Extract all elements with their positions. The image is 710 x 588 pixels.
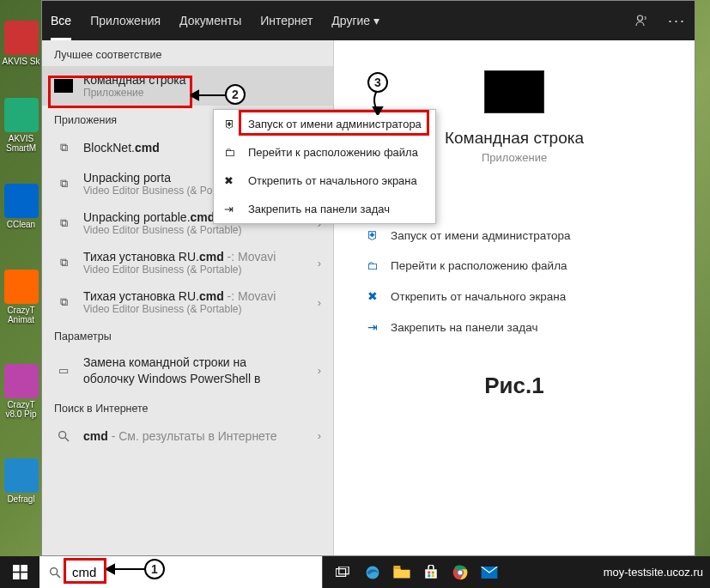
preview-thumb — [484, 70, 544, 113]
pin-icon: ⇥ — [224, 203, 238, 215]
svg-point-1 — [59, 431, 66, 438]
svg-point-0 — [637, 15, 642, 21]
search-icon — [39, 566, 70, 579]
preview-subtitle: Приложение — [482, 151, 547, 164]
context-menu: ⛨Запуск от имени администратора 🗀Перейти… — [213, 109, 436, 224]
result-cmd-prompt[interactable]: Командная строкаПриложение — [42, 66, 333, 106]
svg-rect-21 — [428, 574, 430, 577]
chevron-right-icon: › — [318, 364, 321, 377]
svg-rect-9 — [21, 565, 27, 572]
svg-marker-4 — [191, 91, 198, 100]
tab-apps[interactable]: Приложения — [90, 14, 161, 27]
chevron-right-icon: › — [318, 257, 321, 270]
result-setting[interactable]: ▭ Замена командной строки наоболочку Win… — [42, 348, 333, 394]
pin-icon: ⇥ — [365, 320, 380, 334]
desktop-icon[interactable]: CClean — [2, 184, 40, 229]
svg-rect-20 — [432, 571, 434, 573]
shield-icon: ⛨ — [224, 118, 238, 130]
chevron-right-icon: › — [318, 429, 321, 442]
feedback-icon[interactable] — [634, 13, 649, 28]
svg-point-12 — [51, 567, 58, 574]
tab-docs[interactable]: Документы — [179, 14, 241, 27]
svg-marker-6 — [106, 565, 114, 573]
tab-more[interactable]: Другие ▾ — [331, 14, 379, 27]
section-settings: Параметры — [42, 322, 333, 348]
unpin-icon: ✖ — [365, 289, 380, 303]
svg-line-13 — [57, 574, 60, 578]
app-icon: ⧉ — [54, 293, 73, 312]
ctx-run-admin[interactable]: ⛨Запуск от имени администратора — [214, 110, 435, 138]
watermark-url: moy-testsite.ucoz.ru — [604, 566, 710, 579]
search-tabs: Все Приложения Документы Интернет Другие… — [42, 1, 695, 40]
figure-label: Рис.1 — [484, 373, 543, 399]
preview-title: Командная строка — [445, 129, 584, 148]
task-view-icon[interactable] — [330, 560, 357, 585]
svg-rect-10 — [13, 573, 20, 579]
ctx-pin-taskbar[interactable]: ⇥Закрепить на панели задач — [214, 195, 435, 223]
ctx-unpin-start[interactable]: ✖Открепить от начального экрана — [214, 167, 435, 195]
result-web[interactable]: cmd - См. результаты в Интернете › — [42, 420, 333, 452]
result-title: Командная строка — [83, 73, 321, 87]
action-pin-taskbar[interactable]: ⇥Закрепить на панели задач — [360, 312, 669, 342]
result-app[interactable]: ⧉ Тихая установка RU.cmd -: MovaviVideo … — [42, 243, 333, 282]
folder-icon: 🗀 — [365, 259, 380, 272]
search-icon — [54, 427, 73, 446]
annotation-num-2: 2 — [225, 84, 246, 105]
action-run-admin[interactable]: ⛨Запуск от имени администратора — [360, 221, 669, 251]
edge-icon[interactable] — [359, 560, 386, 585]
display-icon: ▭ — [54, 361, 73, 380]
desktop-icon[interactable]: AKVIS SmartM — [2, 98, 40, 153]
desktop-icon[interactable]: CrazyT Animat — [2, 270, 40, 324]
svg-rect-17 — [393, 566, 400, 569]
section-best-match: Лучшее соответствие — [42, 40, 333, 66]
taskbar-search[interactable] — [39, 556, 323, 588]
app-icon: ⧉ — [54, 253, 73, 272]
svg-rect-14 — [336, 568, 345, 576]
explorer-icon[interactable] — [388, 560, 416, 585]
desktop-icon[interactable]: CrazyT v8.0 Pip — [2, 364, 40, 419]
annotation-num-3: 3 — [367, 72, 388, 93]
svg-rect-22 — [432, 574, 434, 577]
result-app[interactable]: ⧉ Тихая установка RU.cmd -: MovaviVideo … — [42, 282, 333, 322]
terminal-icon — [54, 76, 73, 95]
svg-line-2 — [65, 438, 69, 441]
unpin-icon: ✖ — [224, 174, 238, 187]
section-web: Поиск в Интернете — [42, 394, 333, 420]
app-icon: ⧉ — [54, 138, 73, 157]
mail-icon[interactable] — [476, 560, 503, 585]
folder-icon: 🗀 — [224, 146, 238, 159]
shield-icon: ⛨ — [365, 229, 380, 242]
chevron-right-icon: › — [318, 296, 321, 309]
store-icon[interactable] — [417, 560, 445, 585]
tab-all[interactable]: Все — [51, 1, 71, 40]
tab-web[interactable]: Интернет — [260, 14, 313, 27]
more-icon[interactable]: ··· — [668, 12, 686, 30]
start-button[interactable] — [0, 556, 39, 588]
svg-rect-15 — [339, 567, 349, 574]
svg-rect-18 — [425, 569, 437, 579]
svg-rect-8 — [13, 565, 20, 572]
desktop-icon[interactable]: AKVIS Sk — [2, 21, 40, 66]
annotation-num-1: 1 — [144, 559, 165, 579]
action-unpin-start[interactable]: ✖Открепить от начального экрана — [360, 281, 669, 312]
svg-point-25 — [458, 570, 463, 574]
svg-rect-11 — [21, 573, 27, 579]
action-file-location[interactable]: 🗀Перейти к расположению файла — [360, 251, 669, 281]
svg-marker-7 — [373, 107, 382, 115]
app-icon: ⧉ — [54, 214, 73, 233]
chrome-icon[interactable] — [446, 560, 474, 585]
desktop-icon[interactable]: Defragl — [2, 458, 40, 504]
app-icon: ⧉ — [54, 174, 73, 193]
svg-rect-19 — [428, 571, 430, 573]
ctx-file-location[interactable]: 🗀Перейти к расположению файла — [214, 138, 435, 167]
